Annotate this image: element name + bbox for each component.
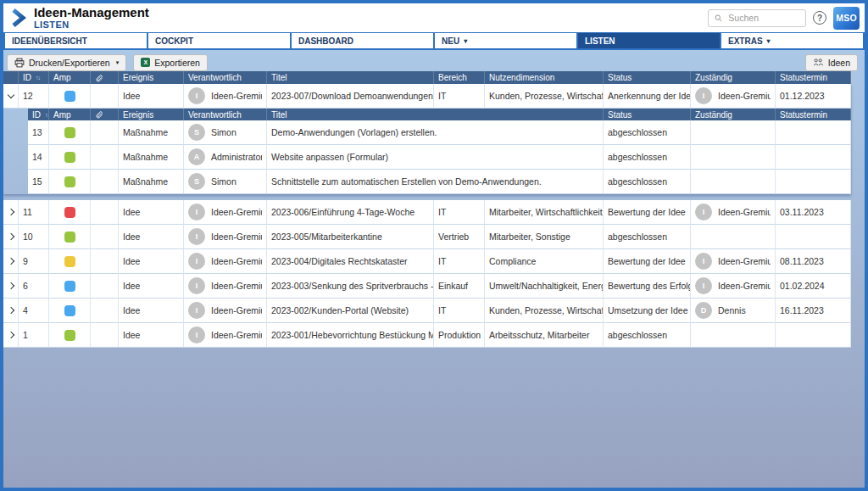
tab-ideen-bersicht[interactable]: IDEENÜBERSICHT — [5, 33, 147, 48]
print-export-button[interactable]: Drucken/Exportieren ▾ — [7, 54, 126, 71]
ideas-table: ID↑↓AmpEreignisVerantwortlichTitelBereic… — [3, 71, 851, 348]
ideen-button[interactable]: Ideen — [805, 54, 858, 71]
tab-label: EXTRAS — [728, 36, 763, 46]
tab-extras[interactable]: EXTRAS▾ — [721, 33, 863, 48]
amp-indicator-green — [64, 127, 75, 138]
column-header-expander[interactable] — [3, 71, 19, 84]
zustaendig-cell — [691, 145, 776, 170]
export-button[interactable]: X Exportieren — [133, 54, 208, 71]
tab-listen[interactable]: LISTEN — [578, 33, 720, 48]
amp-cell — [49, 249, 91, 274]
expander-cell[interactable] — [3, 84, 19, 109]
column-header-id[interactable]: ID↑↓ — [28, 109, 49, 120]
attachment-cell — [91, 299, 119, 323]
column-header-titel[interactable]: Titel — [267, 71, 434, 84]
table-row[interactable]: 11IdeeIIdeen-Gremium2023-006/Einführung … — [3, 200, 851, 225]
column-header-status[interactable]: Status — [604, 71, 691, 84]
id-cell: 9 — [19, 249, 49, 274]
sub-table-row[interactable]: 13MaßnahmeSSimonDemo-Anwendungen (Vorlag… — [28, 120, 851, 145]
column-header-titel[interactable]: Titel — [267, 109, 604, 120]
cell-text: 14 — [32, 152, 42, 162]
table-row[interactable]: 9IdeeIIdeen-Gremium2023-004/Digitales Re… — [3, 249, 851, 274]
tab-dashboard[interactable]: DASHBOARD — [292, 33, 433, 48]
column-header-zust-ndig[interactable]: Zuständig — [691, 71, 776, 84]
cell-text: Umwelt/Nachhaltigkeit, Energie — [489, 281, 604, 291]
table-row[interactable]: 4IdeeIIdeen-Gremium2023-002/Kunden-Porta… — [3, 299, 851, 323]
table-row[interactable]: 6IdeeIIdeen-Gremium2023-003/Senkung des … — [3, 274, 851, 299]
avatar: D — [695, 302, 712, 319]
column-header-label: Status — [608, 110, 632, 120]
status-cell: Bewertung des Erfolgs — [604, 274, 691, 299]
column-header-label: Bereich — [438, 73, 467, 82]
table-row[interactable]: 10IdeeIIdeen-Gremium2023-005/Mitarbeiter… — [3, 225, 851, 249]
cell-text: Maßnahme — [123, 127, 168, 137]
cell-text: 2023-004/Digitales Rechtskataster — [271, 256, 408, 266]
attachment-cell — [91, 120, 119, 145]
tab-label: IDEENÜBERSICHT — [12, 36, 87, 46]
column-header-label: Zuständig — [695, 73, 732, 82]
column-header-verantwortlich[interactable]: Verantwortlich — [184, 71, 267, 84]
statustermin-cell — [776, 225, 851, 249]
expander-cell[interactable] — [3, 249, 19, 274]
search-input[interactable] — [726, 12, 799, 24]
column-header-nutzendimension[interactable]: Nutzendimension — [485, 71, 604, 84]
id-cell: 6 — [19, 274, 49, 299]
column-header-ereignis[interactable]: Ereignis — [119, 71, 184, 84]
avatar: S — [188, 124, 205, 141]
zustaendig-cell: IIdeen-Gremium — [691, 200, 776, 225]
chevron-down-icon[interactable] — [7, 91, 14, 98]
table-row[interactable]: 1IdeeIIdeen-Gremium2023-001/Hebevorricht… — [3, 323, 851, 348]
cell-text: 2023-003/Senkung des Spritverbrauchs - f… — [271, 281, 434, 291]
column-header-label: Ereignis — [123, 110, 153, 120]
chevron-right-icon[interactable] — [7, 332, 14, 338]
column-header-attachments[interactable] — [91, 71, 119, 84]
avatar: I — [695, 277, 712, 294]
chevron-right-icon[interactable] — [7, 209, 14, 215]
avatar: I — [695, 204, 712, 220]
chevron-right-icon[interactable] — [7, 282, 14, 289]
tab-neu[interactable]: NEU▾ — [435, 33, 576, 48]
chevron-right-icon[interactable] — [7, 307, 14, 314]
column-header-amp[interactable]: Amp — [49, 71, 91, 84]
ereignis-cell: Idee — [119, 249, 184, 274]
search-box[interactable] — [708, 9, 806, 27]
expander-cell[interactable] — [3, 200, 19, 225]
sub-table-row[interactable]: 14MaßnahmeAAdministratorWebsite anpassen… — [28, 145, 851, 170]
column-header-statustermin[interactable]: Statustermin — [776, 71, 851, 84]
tab-cockpit[interactable]: COCKPIT — [148, 33, 290, 48]
column-header-label: Titel — [271, 110, 287, 120]
chevron-right-icon[interactable] — [7, 258, 14, 265]
help-icon[interactable]: ? — [813, 11, 826, 25]
chevron-down-icon: ▾ — [464, 37, 467, 45]
cell-text: 01.02.2024 — [780, 281, 825, 291]
cell-text: 16.11.2023 — [780, 305, 824, 315]
column-header-ereignis[interactable]: Ereignis — [119, 109, 184, 120]
person-name: Ideen-Gremium — [718, 281, 771, 291]
column-header-bereich[interactable]: Bereich — [434, 71, 485, 84]
sort-icon[interactable]: ↑↓ — [36, 75, 40, 81]
nutzendimension-cell: Compliance — [485, 249, 604, 274]
cell-text: abgeschlossen — [608, 176, 667, 187]
cell-text: 9 — [23, 256, 28, 266]
sub-table-row[interactable]: 15MaßnahmeSSimonSchnittstelle zum automa… — [28, 170, 851, 194]
column-header-verantwortlich[interactable]: Verantwortlich — [184, 109, 267, 120]
table-row[interactable]: 12IdeeIIdeen-Gremium2023-007/Download De… — [3, 84, 851, 109]
amp-cell — [49, 274, 91, 299]
mso-logo: MSO — [833, 7, 860, 30]
cell-text: abgeschlossen — [608, 330, 667, 340]
column-header-zust-ndig[interactable]: Zuständig — [691, 109, 776, 120]
column-header-id[interactable]: ID↑↓ — [19, 71, 49, 84]
expander-cell[interactable] — [3, 323, 19, 348]
expander-cell[interactable] — [3, 225, 19, 249]
column-header-attachments[interactable] — [91, 109, 119, 120]
column-header-amp[interactable]: Amp — [49, 109, 91, 120]
ereignis-cell: Idee — [119, 323, 184, 348]
expander-cell[interactable] — [3, 274, 19, 299]
chevron-right-icon[interactable] — [7, 233, 14, 240]
column-header-statustermin[interactable]: Statustermin — [776, 109, 851, 120]
expander-cell[interactable] — [3, 299, 19, 323]
column-header-status[interactable]: Status — [604, 109, 691, 120]
group-people-icon — [813, 58, 824, 67]
amp-cell — [49, 84, 91, 109]
zustaendig-cell — [691, 170, 776, 194]
